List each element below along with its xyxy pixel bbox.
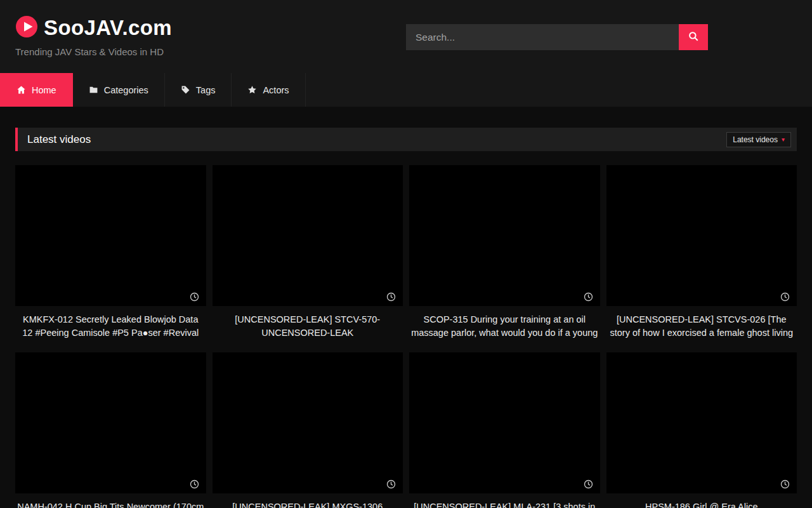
video-title-link[interactable]: SCOP-315 During your training at an oil … <box>410 313 599 339</box>
play-icon <box>15 15 38 41</box>
video-title-link[interactable]: HPSM-186 Girl @ Era Alice <box>608 500 796 508</box>
video-card: [UNCENSORED-LEAK] MXGS-1306 Absolutely <box>213 352 403 508</box>
nav-item-home[interactable]: Home <box>0 73 73 107</box>
chevron-down-icon: ▾ <box>782 137 785 143</box>
video-title-link[interactable]: [UNCENSORED-LEAK] MXGS-1306 Absolutely <box>214 500 402 508</box>
site-header: SooJAV.com Trending JAV Stars & Videos i… <box>0 0 812 73</box>
video-thumbnail[interactable] <box>409 165 600 306</box>
main-nav: Home Categories Tags Actors <box>0 73 812 107</box>
video-thumbnail[interactable] <box>213 352 403 493</box>
sort-dropdown-label: Latest videos <box>733 135 778 144</box>
video-thumbnail[interactable] <box>213 165 403 306</box>
video-card: KMKFX-012 Secretly Leaked Blowjob Data 1… <box>15 165 206 339</box>
video-thumbnail[interactable] <box>409 352 600 493</box>
video-thumbnail[interactable] <box>606 352 797 493</box>
clock-icon <box>584 292 593 302</box>
video-title-link[interactable]: [UNCENSORED-LEAK] STCVS-026 [The story o… <box>608 313 796 339</box>
clock-icon <box>190 292 199 302</box>
video-card: SCOP-315 During your training at an oil … <box>409 165 600 339</box>
site-title: SooJAV.com <box>44 16 172 40</box>
section-header: Latest videos Latest videos ▾ <box>15 128 797 151</box>
nav-item-label: Home <box>32 85 56 95</box>
nav-item-tags[interactable]: Tags <box>165 73 232 107</box>
video-thumbnail[interactable] <box>15 165 206 306</box>
video-grid: KMKFX-012 Secretly Leaked Blowjob Data 1… <box>15 165 797 508</box>
video-thumbnail[interactable] <box>15 352 206 493</box>
nav-item-actors[interactable]: Actors <box>232 73 305 107</box>
folder-icon <box>89 85 98 95</box>
section-title: Latest videos <box>27 133 91 146</box>
video-title-link[interactable]: KMKFX-012 Secretly Leaked Blowjob Data 1… <box>16 313 205 339</box>
tag-icon <box>181 85 190 95</box>
clock-icon <box>190 479 199 489</box>
video-title-link[interactable]: [UNCENSORED-LEAK] MLA-231 [3 shots in <box>410 500 599 508</box>
video-title-link[interactable]: [UNCENSORED-LEAK] STCV-570-UNCENSORED-LE… <box>214 313 402 339</box>
search-icon <box>688 30 699 44</box>
search-bar <box>406 24 708 50</box>
star-icon <box>247 85 257 95</box>
nav-item-categories[interactable]: Categories <box>73 73 165 107</box>
site-logo-link[interactable]: SooJAV.com <box>15 15 172 41</box>
search-input[interactable] <box>406 24 679 50</box>
video-thumbnail[interactable] <box>606 165 797 306</box>
clock-icon <box>386 479 396 489</box>
video-card: [UNCENSORED-LEAK] STCVS-026 [The story o… <box>606 165 797 339</box>
nav-item-label: Categories <box>104 85 148 95</box>
sort-dropdown[interactable]: Latest videos ▾ <box>726 132 791 147</box>
video-card: NAMH-042 H Cup Big Tits Newcomer (170cm … <box>15 352 206 508</box>
clock-icon <box>386 292 396 302</box>
home-icon <box>16 85 26 95</box>
video-card: [UNCENSORED-LEAK] STCV-570-UNCENSORED-LE… <box>213 165 403 339</box>
video-card: HPSM-186 Girl @ Era Alice <box>606 352 797 508</box>
search-button[interactable] <box>679 24 708 50</box>
nav-item-label: Tags <box>196 85 216 95</box>
video-title-link[interactable]: NAMH-042 H Cup Big Tits Newcomer (170cm … <box>16 500 205 508</box>
clock-icon <box>780 292 790 302</box>
clock-icon <box>780 479 790 489</box>
clock-icon <box>584 479 593 489</box>
video-card: [UNCENSORED-LEAK] MLA-231 [3 shots in <box>409 352 600 508</box>
site-tagline: Trending JAV Stars & Videos in HD <box>15 46 164 57</box>
main-content: Latest videos Latest videos ▾ KMKFX-012 … <box>0 128 812 508</box>
nav-item-label: Actors <box>263 85 289 95</box>
